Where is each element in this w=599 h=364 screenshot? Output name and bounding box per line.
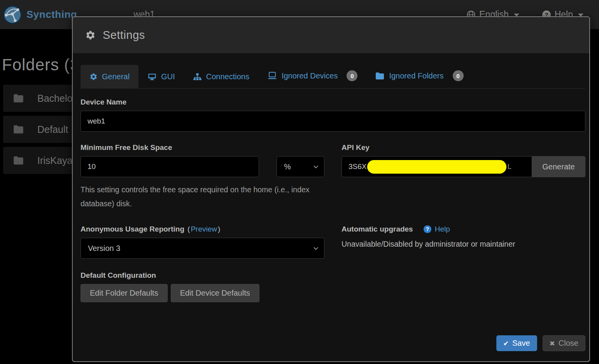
edit-device-defaults-button[interactable]: Edit Device Defaults (171, 284, 259, 302)
auto-upgrades-label-text: Automatic upgrades (342, 225, 413, 233)
device-name-label: Device Name (81, 98, 585, 106)
tab-ignored-folders[interactable]: Ignored Folders 0 (366, 63, 472, 89)
save-button-label: Save (512, 339, 530, 348)
tab-label: GUI (161, 72, 175, 81)
folder-name: Bachelo (37, 93, 72, 104)
auto-upgrades-label: Automatic upgrades ? Help (342, 225, 585, 233)
syncthing-logo-icon (2, 5, 23, 25)
api-key-input[interactable]: 3S6X L (342, 156, 532, 177)
settings-modal-header: Settings (73, 17, 589, 53)
preview-paren-close: ) (218, 225, 220, 233)
min-free-disk-help: This setting controls the free space req… (81, 183, 322, 211)
min-free-disk-input[interactable] (81, 156, 259, 177)
preview-paren-open: ( (187, 225, 190, 233)
settings-tabs: General GUI Connections Ignored Devices (81, 63, 585, 89)
laptop-icon (267, 71, 277, 80)
device-name-input[interactable] (81, 111, 585, 132)
folder-icon (13, 156, 24, 165)
tab-label: Ignored Devices (282, 71, 338, 80)
usage-reporting-select[interactable]: Version 3 (81, 238, 324, 259)
close-button[interactable]: ✖ Close (543, 335, 585, 351)
save-button[interactable]: ✔ Save (496, 335, 537, 351)
syncthing-brand[interactable]: Syncthing (0, 5, 77, 25)
min-free-disk-label: Minimum Free Disk Space (81, 143, 324, 152)
folder-icon (13, 94, 24, 103)
settings-modal-footer: ✔ Save ✖ Close (73, 335, 589, 361)
folder-icon (375, 72, 385, 80)
api-key-visible-text: 3S6X (349, 162, 366, 171)
tab-connections[interactable]: Connections (184, 65, 258, 89)
folder-name: IrisKaya (37, 155, 72, 166)
help-link-text[interactable]: Help (435, 225, 450, 233)
default-configuration-label: Default Configuration (81, 271, 324, 280)
check-icon: ✔ (503, 340, 509, 347)
monitor-icon (147, 73, 157, 81)
tab-label: Ignored Folders (389, 71, 443, 80)
question-circle-icon: ? (423, 225, 432, 233)
tab-gui[interactable]: GUI (138, 65, 184, 89)
disk-unit-select[interactable]: % (277, 156, 324, 177)
brand-title: Syncthing (26, 9, 77, 21)
sitemap-icon (193, 73, 202, 81)
usage-reporting-label-text: Anonymous Usage Reporting (81, 225, 184, 233)
gear-icon (89, 73, 98, 81)
settings-modal-title: Settings (103, 29, 145, 42)
preview-link[interactable]: Preview (191, 225, 217, 233)
ignored-folders-count-badge: 0 (453, 70, 464, 81)
ignored-devices-count-badge: 0 (347, 70, 357, 81)
usage-reporting-label: Anonymous Usage Reporting (Preview) (81, 225, 324, 233)
tab-label: General (102, 72, 130, 81)
api-key-redaction-highlight (367, 160, 506, 174)
x-icon: ✖ (550, 340, 555, 347)
folders-heading: Folders (3 (2, 56, 79, 74)
folder-icon (13, 125, 24, 134)
api-key-suffix-text: L (507, 162, 511, 171)
settings-modal: Settings General GUI Connections (72, 16, 590, 362)
auto-upgrades-help-link[interactable]: ? Help (423, 225, 450, 233)
gear-icon (85, 30, 96, 40)
api-key-label: API Key (342, 143, 585, 152)
tab-ignored-devices[interactable]: Ignored Devices 0 (258, 63, 367, 89)
tab-label: Connections (206, 72, 249, 81)
close-button-label: Close (559, 339, 578, 348)
auto-upgrades-status: Unavailable/Disabled by administrator or… (342, 240, 585, 249)
svg-text:?: ? (426, 226, 429, 232)
tab-general[interactable]: General (81, 65, 138, 89)
generate-api-key-button[interactable]: Generate (532, 156, 585, 177)
edit-folder-defaults-button[interactable]: Edit Folder Defaults (81, 284, 168, 302)
folder-name: Default (37, 124, 68, 135)
